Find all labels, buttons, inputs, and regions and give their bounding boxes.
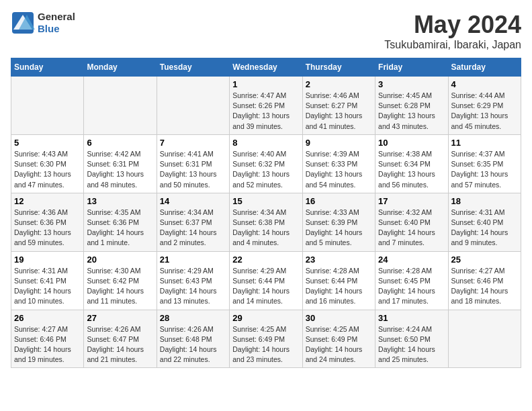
calendar-cell: 3Sunrise: 4:45 AM Sunset: 6:28 PM Daylig… — [375, 77, 448, 135]
calendar-cell: 25Sunrise: 4:27 AM Sunset: 6:46 PM Dayli… — [448, 251, 521, 310]
day-info: Sunrise: 4:37 AM Sunset: 6:35 PM Dayligh… — [451, 149, 518, 190]
calendar-title: May 2024 — [384, 11, 521, 39]
day-number: 9 — [306, 138, 372, 148]
day-number: 25 — [451, 255, 518, 265]
calendar-cell: 29Sunrise: 4:25 AM Sunset: 6:49 PM Dayli… — [230, 310, 302, 368]
day-info: Sunrise: 4:34 AM Sunset: 6:38 PM Dayligh… — [232, 208, 299, 248]
day-number: 17 — [378, 196, 445, 206]
day-number: 5 — [14, 138, 81, 148]
calendar-cell: 17Sunrise: 4:32 AM Sunset: 6:40 PM Dayli… — [375, 193, 448, 251]
calendar-cell — [11, 77, 84, 135]
day-number: 27 — [87, 313, 153, 323]
calendar-cell: 26Sunrise: 4:27 AM Sunset: 6:46 PM Dayli… — [11, 310, 84, 368]
day-number: 18 — [451, 196, 518, 206]
logo-text-blue: Blue — [38, 23, 60, 34]
calendar-cell: 22Sunrise: 4:29 AM Sunset: 6:44 PM Dayli… — [230, 251, 302, 310]
day-number: 21 — [160, 255, 226, 265]
day-info: Sunrise: 4:41 AM Sunset: 6:31 PM Dayligh… — [160, 149, 226, 190]
calendar-cell: 18Sunrise: 4:31 AM Sunset: 6:40 PM Dayli… — [448, 193, 521, 251]
day-info: Sunrise: 4:35 AM Sunset: 6:36 PM Dayligh… — [87, 208, 153, 248]
day-number: 29 — [232, 313, 299, 323]
header-cell-monday: Monday — [84, 58, 157, 77]
day-number: 7 — [160, 138, 226, 148]
day-number: 6 — [87, 138, 153, 148]
day-info: Sunrise: 4:33 AM Sunset: 6:39 PM Dayligh… — [306, 208, 372, 248]
day-info: Sunrise: 4:25 AM Sunset: 6:49 PM Dayligh… — [232, 324, 299, 365]
calendar-cell: 31Sunrise: 4:24 AM Sunset: 6:50 PM Dayli… — [375, 310, 448, 368]
header-cell-tuesday: Tuesday — [157, 58, 229, 77]
day-info: Sunrise: 4:43 AM Sunset: 6:30 PM Dayligh… — [14, 149, 81, 190]
day-info: Sunrise: 4:46 AM Sunset: 6:27 PM Dayligh… — [306, 91, 372, 132]
calendar-cell — [84, 77, 157, 135]
calendar-cell: 21Sunrise: 4:29 AM Sunset: 6:43 PM Dayli… — [157, 251, 229, 310]
day-info: Sunrise: 4:27 AM Sunset: 6:46 PM Dayligh… — [14, 324, 81, 365]
week-row-1: 1Sunrise: 4:47 AM Sunset: 6:26 PM Daylig… — [11, 77, 521, 135]
calendar-cell: 8Sunrise: 4:40 AM Sunset: 6:32 PM Daylig… — [230, 134, 302, 193]
day-number: 11 — [451, 138, 518, 148]
header-cell-wednesday: Wednesday — [230, 58, 302, 77]
day-info: Sunrise: 4:31 AM Sunset: 6:40 PM Dayligh… — [451, 208, 518, 248]
calendar-cell: 10Sunrise: 4:38 AM Sunset: 6:34 PM Dayli… — [375, 134, 448, 193]
day-info: Sunrise: 4:29 AM Sunset: 6:43 PM Dayligh… — [160, 266, 226, 307]
calendar-cell: 20Sunrise: 4:30 AM Sunset: 6:42 PM Dayli… — [84, 251, 157, 310]
day-number: 16 — [306, 196, 372, 206]
page-header: General Blue May 2024 Tsukubamirai, Ibar… — [11, 11, 521, 51]
day-number: 24 — [378, 255, 445, 265]
logo: General Blue — [11, 11, 75, 35]
calendar-cell: 6Sunrise: 4:42 AM Sunset: 6:31 PM Daylig… — [84, 134, 157, 193]
day-number: 19 — [14, 255, 81, 265]
day-number: 20 — [87, 255, 153, 265]
day-number: 3 — [378, 79, 445, 89]
calendar-cell: 12Sunrise: 4:36 AM Sunset: 6:36 PM Dayli… — [11, 193, 84, 251]
calendar-cell: 14Sunrise: 4:34 AM Sunset: 6:37 PM Dayli… — [157, 193, 229, 251]
day-info: Sunrise: 4:26 AM Sunset: 6:47 PM Dayligh… — [87, 324, 153, 365]
day-number: 14 — [160, 196, 226, 206]
calendar-cell — [157, 77, 229, 135]
header-cell-saturday: Saturday — [448, 58, 521, 77]
calendar-subtitle: Tsukubamirai, Ibaraki, Japan — [384, 39, 521, 51]
day-info: Sunrise: 4:28 AM Sunset: 6:44 PM Dayligh… — [306, 266, 372, 307]
day-info: Sunrise: 4:24 AM Sunset: 6:50 PM Dayligh… — [378, 324, 445, 365]
day-info: Sunrise: 4:27 AM Sunset: 6:46 PM Dayligh… — [451, 266, 518, 307]
calendar-cell: 15Sunrise: 4:34 AM Sunset: 6:38 PM Dayli… — [230, 193, 302, 251]
week-row-4: 19Sunrise: 4:31 AM Sunset: 6:41 PM Dayli… — [11, 251, 521, 310]
day-number: 2 — [306, 79, 372, 89]
day-info: Sunrise: 4:44 AM Sunset: 6:29 PM Dayligh… — [451, 91, 518, 132]
day-number: 8 — [232, 138, 299, 148]
week-row-5: 26Sunrise: 4:27 AM Sunset: 6:46 PM Dayli… — [11, 310, 521, 368]
calendar-cell: 13Sunrise: 4:35 AM Sunset: 6:36 PM Dayli… — [84, 193, 157, 251]
week-row-2: 5Sunrise: 4:43 AM Sunset: 6:30 PM Daylig… — [11, 134, 521, 193]
logo-text-general: General — [38, 11, 75, 22]
day-info: Sunrise: 4:39 AM Sunset: 6:33 PM Dayligh… — [306, 149, 372, 190]
day-number: 4 — [451, 79, 518, 89]
day-info: Sunrise: 4:47 AM Sunset: 6:26 PM Dayligh… — [232, 91, 299, 132]
calendar-cell: 5Sunrise: 4:43 AM Sunset: 6:30 PM Daylig… — [11, 134, 84, 193]
calendar-cell — [448, 310, 521, 368]
day-info: Sunrise: 4:30 AM Sunset: 6:42 PM Dayligh… — [87, 266, 153, 307]
day-info: Sunrise: 4:32 AM Sunset: 6:40 PM Dayligh… — [378, 208, 445, 248]
calendar-cell: 24Sunrise: 4:28 AM Sunset: 6:45 PM Dayli… — [375, 251, 448, 310]
day-info: Sunrise: 4:28 AM Sunset: 6:45 PM Dayligh… — [378, 266, 445, 307]
calendar-cell: 1Sunrise: 4:47 AM Sunset: 6:26 PM Daylig… — [230, 77, 302, 135]
calendar-cell: 11Sunrise: 4:37 AM Sunset: 6:35 PM Dayli… — [448, 134, 521, 193]
calendar-cell: 30Sunrise: 4:25 AM Sunset: 6:49 PM Dayli… — [302, 310, 375, 368]
calendar-header: SundayMondayTuesdayWednesdayThursdayFrid… — [11, 58, 521, 77]
day-number: 26 — [14, 313, 81, 323]
day-info: Sunrise: 4:45 AM Sunset: 6:28 PM Dayligh… — [378, 91, 445, 132]
logo-icon — [11, 11, 35, 35]
day-number: 31 — [378, 313, 445, 323]
header-cell-sunday: Sunday — [11, 58, 84, 77]
calendar-cell: 2Sunrise: 4:46 AM Sunset: 6:27 PM Daylig… — [302, 77, 375, 135]
day-info: Sunrise: 4:36 AM Sunset: 6:36 PM Dayligh… — [14, 208, 81, 248]
header-cell-thursday: Thursday — [302, 58, 375, 77]
week-row-3: 12Sunrise: 4:36 AM Sunset: 6:36 PM Dayli… — [11, 193, 521, 251]
calendar-cell: 4Sunrise: 4:44 AM Sunset: 6:29 PM Daylig… — [448, 77, 521, 135]
day-info: Sunrise: 4:40 AM Sunset: 6:32 PM Dayligh… — [232, 149, 299, 190]
day-number: 12 — [14, 196, 81, 206]
day-number: 15 — [232, 196, 299, 206]
calendar-cell: 16Sunrise: 4:33 AM Sunset: 6:39 PM Dayli… — [302, 193, 375, 251]
day-number: 22 — [232, 255, 299, 265]
calendar-cell: 23Sunrise: 4:28 AM Sunset: 6:44 PM Dayli… — [302, 251, 375, 310]
day-number: 28 — [160, 313, 226, 323]
day-number: 1 — [232, 79, 299, 89]
